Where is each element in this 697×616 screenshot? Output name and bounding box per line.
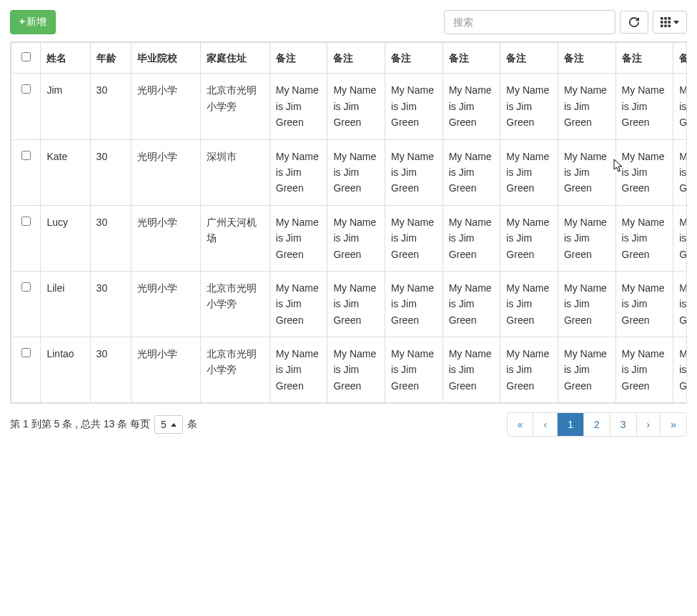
data-table: 姓名 年龄 毕业院校 家庭住址 备注 备注 备注 备注 备注 备注 备注 备注 … (11, 42, 687, 403)
cell-note: My Name is Jim Green (443, 337, 500, 403)
header-age[interactable]: 年龄 (90, 43, 132, 74)
cell-name: Jim (41, 74, 90, 139)
header-note[interactable]: 备注 (616, 43, 673, 74)
cell-note: My Name is Jim Green (270, 139, 327, 205)
add-button[interactable]: +新增 (10, 10, 56, 34)
header-name[interactable]: 姓名 (41, 43, 90, 74)
page-1[interactable]: 1 (558, 413, 584, 436)
cell-note: My Name is Jim Green (385, 271, 443, 337)
page-first[interactable]: « (508, 413, 534, 436)
cell-note: My Name is Jim Green (270, 74, 327, 139)
cell-note: My Name is Jim Green (673, 271, 687, 337)
cell-note: My Name is Jim Green (327, 74, 385, 139)
row-checkbox-cell (11, 139, 41, 205)
header-school[interactable]: 毕业院校 (132, 43, 201, 74)
row-checkbox-cell (11, 205, 41, 271)
row-checkbox-cell (11, 74, 41, 139)
header-note[interactable]: 备注 (385, 43, 443, 74)
table-row: Lilei30光明小学北京市光明小学旁My Name is Jim GreenM… (11, 271, 688, 337)
cell-note: My Name is Jim Green (673, 139, 687, 205)
cell-note: My Name is Jim Green (385, 205, 443, 271)
header-note[interactable]: 备注 (270, 43, 327, 74)
cell-address: 北京市光明小学旁 (200, 271, 270, 337)
cell-name: Kate (41, 139, 90, 205)
cell-note: My Name is Jim Green (673, 74, 687, 139)
cell-note: My Name is Jim Green (443, 205, 500, 271)
row-checkbox-cell (11, 337, 41, 403)
cell-school: 光明小学 (132, 139, 201, 205)
refresh-button[interactable] (620, 11, 648, 34)
header-note[interactable]: 备注 (558, 43, 616, 74)
cell-school: 光明小学 (132, 205, 201, 271)
cell-note: My Name is Jim Green (385, 74, 443, 139)
cell-note: My Name is Jim Green (558, 205, 616, 271)
cell-note: My Name is Jim Green (327, 205, 385, 271)
cell-note: My Name is Jim Green (270, 205, 327, 271)
table-row: Lucy30光明小学广州天河机场My Name is Jim GreenMy N… (11, 205, 688, 271)
caret-up-icon (171, 423, 177, 427)
cell-address: 深圳市 (200, 139, 270, 205)
header-note[interactable]: 备注 (443, 43, 500, 74)
row-checkbox[interactable] (21, 151, 31, 160)
refresh-icon (629, 17, 639, 27)
page-next[interactable]: › (637, 413, 661, 436)
page-prev[interactable]: ‹ (533, 413, 558, 436)
cell-note: My Name is Jim Green (616, 205, 673, 271)
data-table-container[interactable]: 姓名 年龄 毕业院校 家庭住址 备注 备注 备注 备注 备注 备注 备注 备注 … (10, 41, 687, 404)
header-note[interactable]: 备注 (673, 43, 687, 74)
cell-note: My Name is Jim Green (443, 139, 500, 205)
cell-note: My Name is Jim Green (327, 139, 385, 205)
pagination-info-prefix: 第 1 到第 5 条 , 总共 13 条 每页 (10, 418, 150, 431)
cell-note: My Name is Jim Green (558, 337, 616, 403)
add-button-label: 新增 (26, 15, 46, 29)
row-checkbox-cell (11, 271, 41, 337)
cell-note: My Name is Jim Green (270, 337, 327, 403)
search-input[interactable] (444, 10, 616, 34)
cell-age: 30 (90, 139, 132, 205)
header-address[interactable]: 家庭住址 (200, 43, 270, 74)
cell-note: My Name is Jim Green (500, 337, 558, 403)
cell-note: My Name is Jim Green (385, 337, 443, 403)
cell-school: 光明小学 (132, 337, 201, 403)
cell-name: Lintao (41, 337, 90, 403)
cell-note: My Name is Jim Green (673, 337, 687, 403)
cell-note: My Name is Jim Green (443, 74, 500, 139)
cell-note: My Name is Jim Green (558, 74, 616, 139)
table-row: Kate30光明小学深圳市My Name is Jim GreenMy Name… (11, 139, 688, 205)
cell-note: My Name is Jim Green (385, 139, 443, 205)
pagination: « ‹ 1 2 3 › » (507, 412, 687, 437)
page-size-value: 5 (161, 419, 167, 430)
row-checkbox[interactable] (21, 348, 31, 357)
cell-school: 光明小学 (132, 74, 201, 139)
grid-icon (661, 17, 671, 27)
cell-name: Lilei (41, 271, 90, 337)
cell-note: My Name is Jim Green (616, 74, 673, 139)
cell-age: 30 (90, 271, 132, 337)
cell-age: 30 (90, 205, 132, 271)
cell-note: My Name is Jim Green (327, 271, 385, 337)
page-3[interactable]: 3 (611, 413, 637, 436)
row-checkbox[interactable] (21, 282, 31, 292)
plus-icon: + (19, 15, 25, 29)
row-checkbox[interactable] (21, 217, 31, 226)
header-note[interactable]: 备注 (500, 43, 558, 74)
page-2[interactable]: 2 (584, 413, 611, 436)
cell-name: Lucy (41, 205, 90, 271)
cell-school: 光明小学 (132, 271, 201, 337)
header-note[interactable]: 备注 (327, 43, 385, 74)
header-checkbox-cell (11, 43, 41, 74)
page-size-select[interactable]: 5 (154, 415, 183, 434)
select-all-checkbox[interactable] (21, 52, 31, 61)
cell-age: 30 (90, 74, 132, 139)
cell-note: My Name is Jim Green (327, 337, 385, 403)
row-checkbox[interactable] (21, 84, 31, 94)
page-last[interactable]: » (661, 413, 686, 436)
cell-note: My Name is Jim Green (616, 337, 673, 403)
cell-note: My Name is Jim Green (500, 139, 558, 205)
cell-note: My Name is Jim Green (673, 205, 687, 271)
cell-note: My Name is Jim Green (500, 205, 558, 271)
cell-note: My Name is Jim Green (500, 74, 558, 139)
columns-button[interactable] (653, 11, 687, 34)
table-header-row: 姓名 年龄 毕业院校 家庭住址 备注 备注 备注 备注 备注 备注 备注 备注 … (11, 43, 688, 74)
caret-down-icon (673, 21, 679, 24)
